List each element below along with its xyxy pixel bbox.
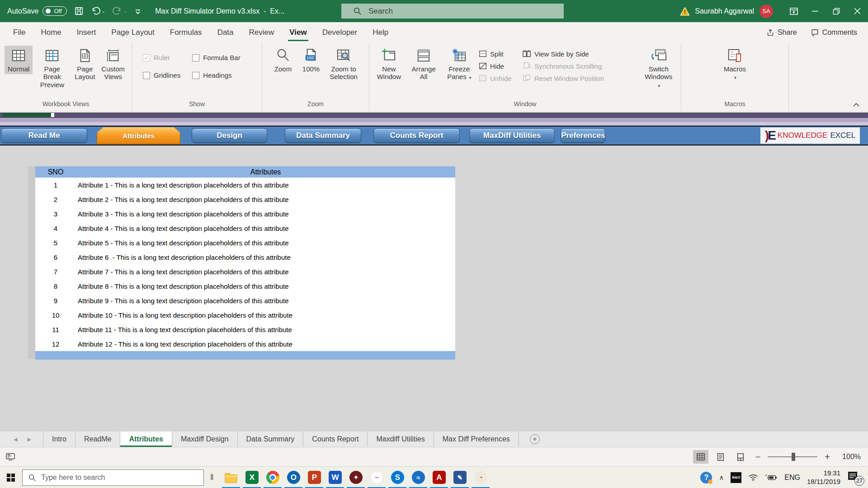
custom-views-button[interactable]: Custom Views: [98, 46, 128, 82]
zoom-slider[interactable]: [768, 453, 817, 461]
table-row[interactable]: 7 Attribute 7 - This is a long text desc…: [35, 264, 455, 279]
synchronous-scrolling-button[interactable]: Synchronous Scrolling: [522, 62, 632, 70]
page-layout-view-button[interactable]: Page Layout: [71, 46, 98, 82]
table-row[interactable]: 3 Attribute 3 - This is a long text desc…: [35, 206, 455, 221]
nav-button[interactable]: Design: [192, 128, 267, 143]
sheet-tab[interactable]: ReadMe: [75, 432, 120, 447]
add-sheet-button[interactable]: +: [530, 434, 540, 444]
title-search-box[interactable]: [341, 4, 564, 19]
start-button[interactable]: [0, 467, 22, 488]
table-row[interactable]: 4 Attribute 4 - This is a long text desc…: [35, 221, 455, 235]
restore-button[interactable]: [826, 0, 847, 22]
worksheet-area[interactable]: SNO Attributes 1 Attribute 1 - This is a…: [0, 145, 868, 432]
nav-button[interactable]: Data Summary: [285, 128, 361, 143]
arrange-all-button[interactable]: Arrange All: [408, 46, 440, 82]
undo-button[interactable]: ⌄: [91, 6, 105, 16]
notification-center-button[interactable]: 27: [847, 471, 863, 484]
ribbon-tab[interactable]: Home: [33, 22, 69, 43]
bo-app-icon[interactable]: B&O: [731, 472, 741, 483]
nav-button[interactable]: MaxDiff Utilities: [469, 128, 555, 143]
app-icon-3[interactable]: ≈: [408, 467, 429, 488]
autosave-toggle[interactable]: AutoSave Off: [7, 6, 67, 16]
search-input[interactable]: [368, 7, 518, 16]
ribbon-tab[interactable]: View: [282, 22, 314, 43]
close-button[interactable]: [847, 0, 868, 22]
macros-button[interactable]: Macros▾: [719, 46, 751, 82]
sheet-nav-right-button[interactable]: ▶: [27, 436, 31, 442]
avatar[interactable]: SA: [760, 5, 773, 18]
sheet-nav-left-button[interactable]: ◀: [14, 436, 17, 442]
zoom-in-button[interactable]: +: [822, 452, 833, 462]
app-icon-2[interactable]: ~: [366, 467, 387, 488]
gridlines-checkbox[interactable]: Gridlines: [143, 71, 180, 79]
language-indicator[interactable]: ENG: [784, 474, 800, 482]
split-button[interactable]: Split: [479, 50, 519, 58]
table-row[interactable]: 6 Attribute 6 - This is a long text desc…: [35, 250, 455, 264]
page-break-preview-button[interactable]: Page Break Preview: [33, 46, 71, 90]
ribbon-display-options-button[interactable]: [783, 0, 804, 22]
outlook-icon[interactable]: O: [283, 467, 304, 488]
status-page-layout-button[interactable]: [713, 450, 728, 464]
ribbon-tab[interactable]: Developer: [315, 22, 365, 43]
reset-window-position-button[interactable]: Reset Window Position: [522, 74, 632, 82]
table-row[interactable]: 5 Attribute 5 - This is a long text desc…: [35, 235, 455, 250]
app-icon-4[interactable]: ✎: [449, 467, 470, 488]
skype-icon[interactable]: S: [387, 467, 408, 488]
app-icon-1[interactable]: ✦: [345, 467, 366, 488]
table-row[interactable]: 2 Attribute 2 - This is a long text desc…: [35, 192, 455, 206]
user-name[interactable]: Saurabh Aggarwal: [695, 7, 754, 15]
taskbar-search-input[interactable]: [41, 474, 186, 482]
normal-view-button[interactable]: Normal: [5, 46, 33, 74]
minimize-button[interactable]: [804, 0, 826, 22]
word-icon[interactable]: W: [325, 467, 345, 488]
new-window-button[interactable]: New Window: [373, 46, 405, 82]
status-indicator-icon[interactable]: [5, 452, 15, 461]
ribbon-tab[interactable]: Formulas: [162, 22, 210, 43]
zoom-100-button[interactable]: 100 100%: [297, 46, 325, 74]
ribbon-tab[interactable]: Insert: [69, 22, 104, 43]
table-row[interactable]: 1 Attribute 1 - This is a long text desc…: [35, 178, 455, 192]
comments-button[interactable]: Comments: [811, 28, 857, 37]
table-row[interactable]: 11 Attribute 11 - This is a long text de…: [35, 322, 455, 337]
taskbar-search-box[interactable]: [22, 469, 204, 486]
share-button[interactable]: Share: [766, 28, 797, 37]
excel-icon[interactable]: X: [241, 467, 262, 488]
sheet-tab[interactable]: Attributes: [120, 432, 172, 447]
tray-chevron-up-icon[interactable]: ∧: [719, 474, 724, 482]
status-normal-view-button[interactable]: [693, 450, 708, 464]
sheet-tab[interactable]: Intro: [43, 432, 75, 447]
redo-button[interactable]: ⌄: [113, 6, 127, 16]
zoom-button[interactable]: Zoom: [269, 46, 297, 74]
wifi-icon[interactable]: [748, 474, 758, 482]
nav-button[interactable]: Attributes: [97, 127, 180, 145]
nav-button[interactable]: Preferences: [561, 128, 605, 143]
table-row[interactable]: 12 Attribute 12 - This is a long text de…: [35, 337, 455, 351]
status-page-break-button[interactable]: [733, 450, 748, 464]
table-row[interactable]: 9 Attribute 9 - This is a long text desc…: [35, 293, 455, 308]
powerpoint-icon[interactable]: P: [304, 467, 325, 488]
sheet-tab[interactable]: Maxdiff Design: [172, 432, 238, 447]
nav-button[interactable]: Counts Report: [373, 128, 460, 143]
sheet-tab[interactable]: Counts Report: [303, 432, 368, 447]
help-icon[interactable]: ?: [700, 472, 712, 483]
zoom-level[interactable]: 100%: [837, 453, 861, 461]
file-explorer-icon[interactable]: [221, 467, 241, 488]
view-side-by-side-button[interactable]: View Side by Side: [522, 50, 632, 58]
switch-windows-button[interactable]: Switch Windows ▾: [640, 46, 677, 90]
table-row[interactable]: 8 Attribute 8 - This is a long text desc…: [35, 279, 455, 293]
ribbon-tab[interactable]: Data: [210, 22, 241, 43]
chrome-icon[interactable]: [262, 467, 283, 488]
adobe-acrobat-icon[interactable]: A: [429, 467, 449, 488]
headings-checkbox[interactable]: Headings: [192, 71, 241, 79]
hide-button[interactable]: Hide: [479, 62, 519, 70]
table-row[interactable]: 10 Attribute 10 - This is a long text de…: [35, 308, 455, 322]
zoom-slider-thumb[interactable]: [792, 453, 795, 461]
ruler-checkbox[interactable]: ✓ Ruler: [143, 54, 180, 61]
unhide-button[interactable]: Unhide: [479, 74, 519, 82]
paint-icon[interactable]: ◔: [470, 467, 491, 488]
save-button[interactable]: [74, 6, 84, 16]
sheet-tab[interactable]: Data Summary: [238, 432, 304, 447]
quick-access-toolbar-button[interactable]: [134, 8, 142, 14]
sheet-tab[interactable]: Maxdiff Utilities: [368, 432, 434, 447]
zoom-to-selection-button[interactable]: Zoom to Selection: [325, 46, 362, 82]
